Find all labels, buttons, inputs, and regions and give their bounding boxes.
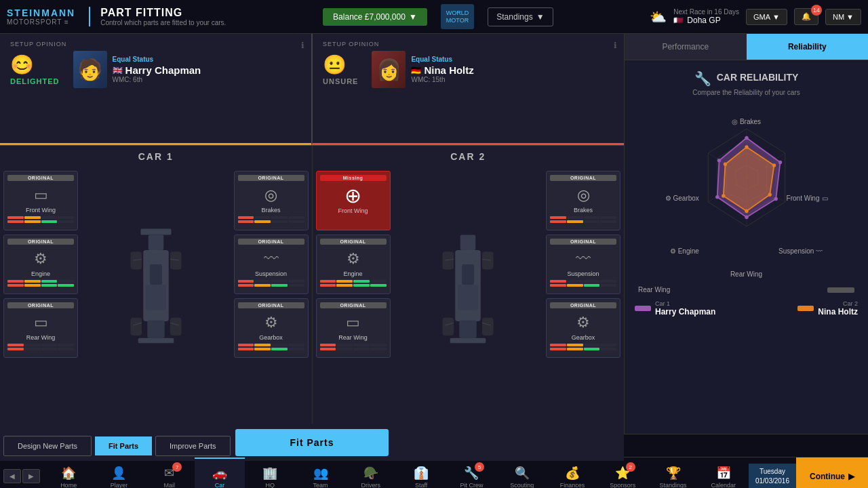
- svg-point-46: [768, 193, 771, 197]
- nav-team[interactable]: 👥 Team: [295, 458, 345, 488]
- car2-brakes[interactable]: ORIGINAL ◎ Brakes: [546, 171, 620, 230]
- nav-standings-label: Standings: [660, 482, 687, 489]
- car2-legend: Car 2 Nina Holtz: [797, 300, 858, 317]
- car2-engine[interactable]: ORIGINAL ⚙ Engine: [316, 235, 391, 294]
- car2-gearbox[interactable]: ORIGINAL ⚙ Gearbox: [546, 298, 620, 358]
- car2-right-parts: ORIGINAL ◎ Brakes ORIGINAL 〰: [546, 171, 620, 418]
- race-flag: 🇶🇦: [673, 16, 684, 25]
- nav-arrow-right[interactable]: ▶: [22, 469, 40, 483]
- car2-info-icon[interactable]: ℹ: [614, 41, 617, 50]
- scouting-icon: 🔍: [515, 466, 530, 481]
- standings-button[interactable]: Standings ▼: [488, 7, 553, 26]
- drivers-bar: Setup Opinion 😊 DELIGHTED 🧑 Equal Status: [0, 34, 624, 146]
- suspension-text-radar: Suspension: [778, 247, 814, 255]
- car1-engine-bars: [7, 280, 74, 288]
- svg-rect-18: [458, 285, 478, 310]
- balance-button[interactable]: Balance £7,000,000 ▼: [323, 8, 427, 26]
- car2-front-wing[interactable]: Missing ⊕ Front Wing: [316, 171, 391, 230]
- nav-mail[interactable]: ✉ Mail 7: [144, 458, 195, 488]
- car1-suspension[interactable]: ORIGINAL 〰 Suspension: [234, 235, 309, 294]
- car1-brakes-bars: [238, 216, 304, 224]
- nav-pit-crew-label: Pit Crew: [460, 482, 483, 489]
- car2-gearbox-label: ORIGINAL: [550, 302, 616, 308]
- nav-player[interactable]: 👤 Player: [94, 458, 144, 488]
- car1-engine-label: ORIGINAL: [7, 239, 74, 245]
- date-button[interactable]: Tuesday 01/03/2016: [749, 464, 796, 489]
- car1-label: CAR 1: [0, 146, 312, 167]
- car1-setup-opinion-label: Setup Opinion: [10, 41, 301, 47]
- improve-parts-tab[interactable]: Improve Parts: [155, 436, 230, 456]
- car2-suspension-label: ORIGINAL: [550, 239, 616, 245]
- nav-car[interactable]: 🚗 Car: [195, 458, 245, 488]
- suspension-label: Suspension 〰: [778, 247, 823, 255]
- car1-opinion-icon: 😊: [10, 54, 60, 76]
- car1-rear-wing[interactable]: ORIGINAL ▭ Rear Wing: [3, 298, 78, 358]
- car1-suspension-name: Suspension: [255, 270, 287, 277]
- nav-hq[interactable]: 🏢 HQ: [245, 458, 295, 488]
- nav-drivers[interactable]: 🪖 Drivers: [346, 458, 396, 488]
- car1-driver-wmc: WMC: 6th: [113, 76, 201, 83]
- fit-parts-button[interactable]: Fit Parts: [235, 429, 388, 456]
- nm-button[interactable]: NM ▼: [825, 9, 861, 25]
- car1-flag: 🇬🇧: [113, 66, 123, 75]
- race-info: Next Race in 16 Days 🇶🇦 Doha GP: [673, 8, 739, 25]
- tab-reliability[interactable]: Reliability: [747, 34, 869, 60]
- nav-arrow-left[interactable]: ◀: [3, 469, 21, 483]
- car2-rear-wing[interactable]: ORIGINAL ▭ Rear Wing: [316, 298, 391, 358]
- weather-icon: ⛅: [650, 9, 667, 25]
- gma-button[interactable]: GMA ▼: [746, 9, 787, 25]
- svg-rect-24: [482, 317, 494, 335]
- car2-driver-avatar: 👩: [372, 51, 406, 88]
- car2-opinion-icon: 😐: [323, 54, 358, 76]
- svg-rect-0: [140, 228, 171, 235]
- car1-front-wing[interactable]: ORIGINAL ▭ Front Wing: [3, 171, 78, 230]
- cars-area: CAR 1 ORIGINAL ▭ Front Wing: [0, 146, 624, 424]
- notifications-button[interactable]: 🔔 14: [794, 8, 818, 25]
- car1-gearbox-name: Gearbox: [259, 334, 283, 341]
- standings-label: Standings: [496, 12, 532, 22]
- bell-icon: 🔔: [802, 12, 811, 21]
- car1-info-icon[interactable]: ℹ: [301, 41, 304, 50]
- nav-pit-crew[interactable]: 🔧 Pit Crew 5: [446, 458, 496, 488]
- nav-arrows: ◀ ▶: [0, 469, 43, 483]
- top-bar-right: ⛅ Next Race in 16 Days 🇶🇦 Doha GP GMA ▼ …: [650, 8, 861, 25]
- car2-left-parts: Missing ⊕ Front Wing ORIGINAL ⚙ Engine: [316, 171, 391, 418]
- fit-parts-tab[interactable]: Fit Parts: [95, 436, 152, 455]
- design-new-parts-tab[interactable]: Design New Parts: [3, 436, 92, 456]
- nav-home[interactable]: 🏠 Home: [43, 458, 94, 488]
- rear-wing-row: Rear Wing: [635, 286, 858, 293]
- svg-rect-17: [462, 264, 474, 285]
- car2-brakes-label: ORIGINAL: [550, 175, 616, 181]
- rear-wing-text-radar: Rear Wing: [730, 270, 762, 278]
- car2-area: CAR 2 Missing ⊕ Front Wing ORIGINAL: [313, 146, 625, 424]
- car1-silhouette: [125, 214, 186, 376]
- car1-driver-avatar: 🧑: [73, 51, 107, 88]
- radar-svg: [686, 117, 808, 239]
- car1-equal-status: Equal Status: [113, 56, 201, 63]
- car2-driver-name: Nina Holtz: [424, 64, 473, 76]
- car1-engine[interactable]: ORIGINAL ⚙ Engine: [3, 235, 78, 294]
- car1-brakes[interactable]: ORIGINAL ◎ Brakes: [234, 171, 309, 230]
- rear-wing-bar: [827, 287, 854, 293]
- car1-front-wing-bars: [7, 216, 74, 224]
- car2-suspension-bars: [550, 280, 616, 288]
- nav-standings[interactable]: 🏆 Standings: [648, 458, 698, 488]
- nav-calendar[interactable]: 📅 Calendar: [698, 458, 749, 488]
- car2-visual-center: [391, 171, 547, 418]
- car1-gearbox[interactable]: ORIGINAL ⚙ Gearbox: [234, 298, 309, 358]
- nav-team-label: Team: [313, 482, 328, 489]
- rear-wing-label: Rear Wing: [730, 270, 762, 278]
- svg-rect-23: [443, 317, 454, 335]
- front-wing-text-radar: Front Wing: [787, 195, 820, 202]
- nav-staff[interactable]: 👔 Staff: [396, 458, 446, 488]
- continue-button[interactable]: Continue ▶: [796, 458, 868, 488]
- gearbox-icon-small: ⚙: [665, 195, 671, 202]
- car2-suspension[interactable]: ORIGINAL 〰 Suspension: [546, 235, 620, 294]
- race-label: Next Race in 16 Days: [673, 8, 739, 16]
- nav-sponsors[interactable]: ⭐ Sponsors 2: [597, 458, 648, 488]
- car1-gearbox-bars: [238, 344, 304, 352]
- nav-scouting[interactable]: 🔍 Scouting: [497, 458, 547, 488]
- nav-finances[interactable]: 💰 Finances: [547, 458, 597, 488]
- tab-performance[interactable]: Performance: [625, 34, 747, 60]
- car2-rear-wing-name: Rear Wing: [338, 334, 368, 341]
